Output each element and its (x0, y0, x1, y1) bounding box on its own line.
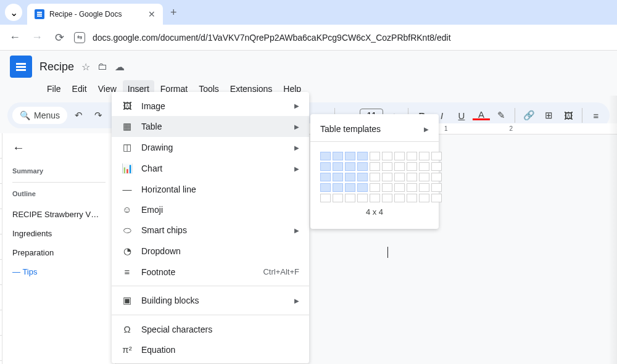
grid-cell[interactable] (419, 173, 429, 181)
grid-cell[interactable] (320, 162, 331, 171)
grid-cell[interactable] (370, 194, 380, 202)
insert-building-blocks[interactable]: ▣Building blocks▶ (112, 290, 309, 311)
grid-cell[interactable] (419, 152, 429, 160)
outline-sidebar: ← Summary Outline RECIPE Strawberry V… I… (2, 133, 116, 364)
grid-cell[interactable] (345, 183, 355, 192)
grid-cell[interactable] (357, 162, 368, 171)
highlight-button[interactable]: ✎ (492, 110, 510, 121)
grid-cell[interactable] (333, 162, 343, 171)
insert-equation[interactable]: π²Equation (112, 339, 309, 360)
document-title[interactable]: Recipe (39, 60, 74, 73)
grid-cell[interactable] (382, 152, 392, 160)
menu-edit[interactable]: Edit (67, 80, 92, 97)
grid-cell[interactable] (431, 183, 442, 192)
insert-emoji[interactable]: ☺Emoji (112, 199, 309, 220)
outline-item[interactable]: Preparation (12, 243, 106, 262)
move-icon[interactable]: 🗀 (97, 61, 107, 73)
grid-cell[interactable] (357, 173, 368, 181)
grid-cell[interactable] (419, 162, 429, 171)
outline-item[interactable]: RECIPE Strawberry V… (12, 205, 106, 224)
insert-link-button[interactable]: 🔗 (520, 110, 537, 121)
grid-cell[interactable] (370, 173, 380, 181)
table-size-picker[interactable]: 4 x 4 (310, 146, 439, 223)
grid-cell[interactable] (431, 194, 442, 202)
grid-cell[interactable] (345, 162, 355, 171)
text-color-button[interactable]: A (473, 111, 490, 120)
align-button[interactable]: ≡ (587, 110, 605, 121)
underline-button[interactable]: U (453, 110, 470, 121)
close-icon[interactable]: ✕ (148, 9, 155, 19)
reload-button[interactable]: ⟳ (52, 31, 67, 44)
menus-search-button[interactable]: 🔍 Menus (12, 107, 67, 124)
text-cursor (387, 247, 388, 258)
grid-cell[interactable] (320, 173, 331, 181)
grid-cell[interactable] (407, 173, 417, 181)
redo-button[interactable]: ↷ (89, 110, 107, 121)
insert-special-characters[interactable]: ΩSpecial characters (112, 319, 309, 339)
tab-list-chevron[interactable]: ⌄ (5, 4, 22, 21)
grid-cell[interactable] (370, 183, 380, 192)
docs-logo-icon[interactable] (10, 56, 32, 78)
insert-footnote[interactable]: ≡FootnoteCtrl+Alt+F (112, 262, 309, 282)
grid-cell[interactable] (382, 173, 392, 181)
sidebar-back-button[interactable]: ← (12, 141, 106, 155)
insert-menu-dropdown: 🖼Image▶ ▦Table▶ ◫Drawing▶ 📊Chart▶ —Horiz… (112, 92, 309, 363)
grid-cell[interactable] (357, 183, 368, 192)
grid-cell[interactable] (333, 194, 343, 202)
grid-size-label: 4 x 4 (320, 207, 429, 217)
url-text[interactable]: docs.google.com/document/d/1VaVKV7nQrePp… (93, 33, 451, 43)
insert-image[interactable]: 🖼Image▶ (112, 96, 309, 116)
grid-cell[interactable] (394, 162, 405, 171)
insert-table[interactable]: ▦Table▶ (112, 116, 309, 137)
grid-cell[interactable] (407, 194, 417, 202)
insert-drawing[interactable]: ◫Drawing▶ (112, 137, 309, 158)
grid-cell[interactable] (345, 152, 355, 160)
grid-cell[interactable] (320, 152, 331, 160)
grid-cell[interactable] (407, 183, 417, 192)
new-tab-button[interactable]: + (170, 6, 177, 19)
outline-item-active[interactable]: Tips (12, 262, 106, 281)
grid-cell[interactable] (333, 183, 343, 192)
grid-cell[interactable] (407, 152, 417, 160)
grid-cell[interactable] (357, 152, 368, 160)
grid-cell[interactable] (333, 173, 343, 181)
cloud-status-icon[interactable]: ☁ (115, 61, 125, 73)
forward-button[interactable]: → (30, 31, 44, 44)
grid-cell[interactable] (370, 162, 380, 171)
undo-button[interactable]: ↶ (70, 110, 87, 121)
grid-cell[interactable] (407, 162, 417, 171)
grid-cell[interactable] (431, 173, 442, 181)
grid-cell[interactable] (394, 183, 405, 192)
browser-tab[interactable]: Recipe - Google Docs ✕ (27, 4, 163, 25)
grid-cell[interactable] (431, 162, 442, 171)
grid-cell[interactable] (382, 194, 392, 202)
grid-cell[interactable] (419, 183, 429, 192)
grid-cell[interactable] (419, 194, 429, 202)
outline-item[interactable]: Ingredients (12, 224, 106, 243)
grid-cell[interactable] (333, 152, 343, 160)
grid-cell[interactable] (431, 152, 442, 160)
insert-image-button[interactable]: 🖼 (560, 110, 577, 121)
star-icon[interactable]: ☆ (81, 61, 90, 73)
insert-chart[interactable]: 📊Chart▶ (112, 158, 309, 179)
grid-cell[interactable] (357, 194, 368, 202)
grid-cell[interactable] (320, 194, 331, 202)
grid-cell[interactable] (382, 162, 392, 171)
grid-cell[interactable] (320, 183, 331, 192)
pi-icon: π² (122, 344, 133, 355)
grid-cell[interactable] (394, 194, 405, 202)
table-templates[interactable]: Table templates ▶ (310, 120, 439, 138)
menu-file[interactable]: File (42, 80, 66, 97)
grid-cell[interactable] (345, 173, 355, 181)
add-comment-button[interactable]: ⊞ (540, 110, 557, 121)
insert-smart-chips[interactable]: ⬭Smart chips▶ (112, 220, 309, 241)
site-info-icon[interactable]: ⇆ (74, 32, 85, 43)
grid-cell[interactable] (382, 183, 392, 192)
grid-cell[interactable] (345, 194, 355, 202)
grid-cell[interactable] (394, 173, 405, 181)
grid-cell[interactable] (370, 152, 380, 160)
back-button[interactable]: ← (7, 31, 22, 44)
insert-dropdown[interactable]: ◔Dropdown (112, 241, 309, 262)
grid-cell[interactable] (394, 152, 405, 160)
insert-horizontal-line[interactable]: —Horizontal line (112, 179, 309, 199)
